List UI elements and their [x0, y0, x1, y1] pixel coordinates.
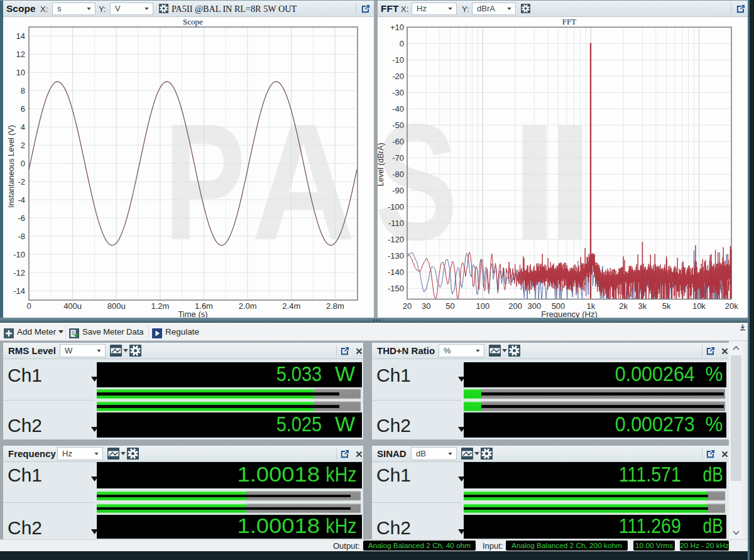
svg-text:8: 8 — [21, 86, 25, 95]
svg-text:-90: -90 — [392, 186, 404, 195]
svg-text:4: 4 — [21, 122, 25, 132]
svg-text:-30: -30 — [392, 88, 404, 97]
svg-text:12: 12 — [16, 50, 25, 59]
svg-text:+10: +10 — [390, 23, 404, 32]
svg-text:200: 200 — [508, 301, 522, 311]
svg-text:20: 20 — [403, 301, 412, 311]
svg-text:-12: -12 — [13, 268, 25, 277]
svg-text:Level (dBrA): Level (dBrA) — [376, 143, 385, 186]
svg-text:-6: -6 — [18, 213, 25, 223]
svg-text:0: 0 — [26, 301, 31, 311]
svg-text:Frequency (Hz): Frequency (Hz) — [541, 310, 598, 318]
svg-text:-50: -50 — [392, 121, 404, 130]
svg-text:-80: -80 — [392, 170, 404, 179]
svg-text:800u: 800u — [107, 301, 126, 311]
svg-text:5k: 5k — [662, 301, 671, 311]
svg-text:-110: -110 — [388, 218, 404, 228]
svg-text:2k: 2k — [619, 301, 628, 311]
svg-text:300: 300 — [528, 301, 542, 311]
svg-text:2.4m: 2.4m — [282, 301, 300, 311]
svg-text:1.2m: 1.2m — [151, 301, 169, 311]
svg-text:10: 10 — [16, 68, 25, 77]
svg-text:Instantaneous Level (V): Instantaneous Level (V) — [7, 125, 16, 208]
svg-text:-8: -8 — [18, 232, 25, 241]
svg-text:0: 0 — [400, 39, 404, 48]
svg-text:6: 6 — [21, 104, 25, 114]
svg-text:-120: -120 — [388, 235, 404, 244]
svg-text:20k: 20k — [725, 301, 738, 311]
svg-text:2.0m: 2.0m — [239, 301, 257, 311]
svg-text:-60: -60 — [392, 137, 404, 146]
svg-text:0: 0 — [21, 159, 25, 168]
svg-text:-10: -10 — [392, 55, 404, 65]
svg-text:-140: -140 — [388, 267, 404, 277]
svg-text:100: 100 — [476, 301, 489, 311]
svg-text:10k: 10k — [692, 301, 706, 311]
svg-text:400u: 400u — [63, 301, 82, 311]
svg-text:Time (s): Time (s) — [178, 310, 207, 318]
svg-text:-10: -10 — [13, 250, 25, 259]
svg-text:-20: -20 — [392, 72, 404, 81]
svg-text:-14: -14 — [13, 286, 25, 296]
svg-text:3k: 3k — [638, 301, 647, 311]
svg-text:-100: -100 — [388, 202, 404, 212]
svg-text:30: 30 — [422, 301, 430, 311]
svg-text:FFT: FFT — [562, 17, 576, 26]
svg-text:-4: -4 — [18, 195, 25, 205]
svg-text:-2: -2 — [18, 177, 25, 186]
svg-text:-40: -40 — [392, 104, 404, 114]
svg-text:Scope: Scope — [183, 17, 203, 26]
svg-text:-150: -150 — [388, 284, 404, 293]
svg-text:-70: -70 — [392, 153, 404, 163]
svg-text:50: 50 — [445, 301, 454, 311]
svg-text:14: 14 — [16, 31, 25, 41]
svg-text:2.8m: 2.8m — [326, 301, 344, 311]
svg-text:-130: -130 — [388, 251, 404, 261]
svg-text:2: 2 — [21, 141, 25, 150]
